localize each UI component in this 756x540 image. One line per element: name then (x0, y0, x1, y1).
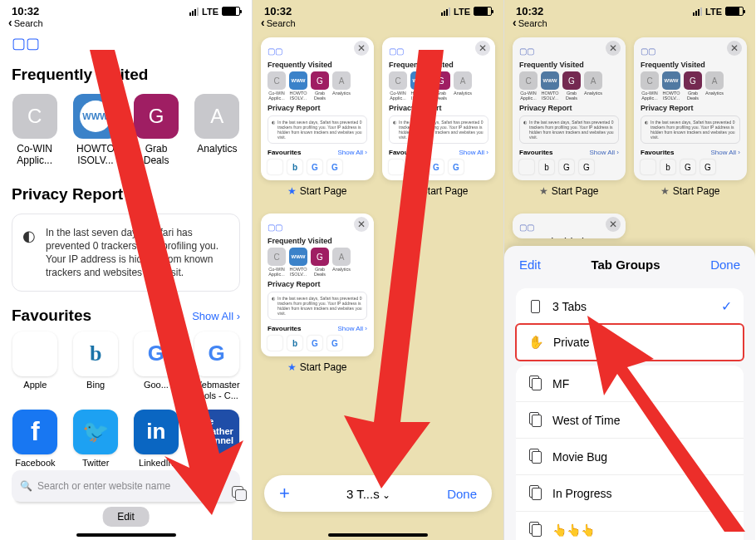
status-network: LTE (705, 7, 722, 17)
row-label: Private (553, 336, 590, 349)
home-indicator (328, 533, 428, 537)
tab-groups-top: 3 Tabs ✓ ✋ Private (516, 288, 744, 361)
fv-item[interactable]: CCo-WIN Applic... (12, 94, 57, 167)
status-bar: 10:32 LTE (504, 0, 755, 17)
tab-group-row[interactable]: In Progress (516, 474, 744, 511)
mini-heading: Privacy Report (268, 104, 367, 112)
done-button[interactable]: Done (447, 487, 477, 501)
row-label: 3 Tabs (552, 300, 587, 313)
fv-label: Grab Deals (134, 144, 179, 167)
linkedin-icon: in (134, 410, 179, 454)
edit-button[interactable]: Edit (102, 507, 150, 527)
back-to-search[interactable]: Search (0, 16, 252, 29)
status-bar: 10:32 LTE (253, 0, 503, 17)
tab-cards-grid: ✕ ▢▢ Frequently Visited CCo-WIN Applic..… (253, 29, 503, 381)
battery-icon (725, 7, 744, 16)
tab-group-row[interactable]: MF (516, 366, 744, 401)
fv-label: Co-WIN Applic... (12, 144, 57, 167)
checkmark-icon: ✓ (721, 298, 732, 314)
tab-card-title: Start Page (634, 185, 747, 197)
bookmarks-icon: ▢▢ (268, 47, 282, 56)
privacy-report-card[interactable]: ◐ In the last seven days, Safari has pre… (12, 214, 240, 292)
tab-group-row[interactable]: 👆👆👆 (516, 511, 744, 540)
status-network: LTE (202, 7, 218, 17)
screen-1-start-page: 10:32 LTE Search ▢▢ Frequently Visited C… (0, 0, 252, 540)
fav-item-webmaster[interactable]: GWebmaster Tools - C... (193, 331, 240, 400)
shield-icon: ◐ (22, 226, 36, 246)
tab-cards-grid-dimmed: ✕ ▢▢ Frequently Visited CCo-WIN Applic..… (504, 29, 755, 238)
privacy-report-body: In the last seven days, Safari has preve… (46, 226, 229, 280)
tab-groups-sheet: Edit Tab Groups Done 3 Tabs ✓ ✋ Private … (504, 246, 755, 540)
sheet-title: Tab Groups (591, 258, 660, 272)
close-icon[interactable]: ✕ (354, 41, 369, 56)
tab-card[interactable]: ✕ ▢▢ Frequently Visited CCo-WIN Applic..… (382, 37, 495, 180)
status-bar: 10:32 LTE (0, 0, 252, 17)
facebook-icon: f (12, 410, 57, 454)
back-to-search[interactable]: Search (253, 16, 503, 29)
fv-item[interactable]: AAnalytics (194, 94, 240, 167)
tab-group-picker[interactable]: 3 T...s (346, 487, 390, 501)
tab-card: ✕ ▢▢ Frequently Visited CCo-WIN Applic..… (634, 37, 747, 180)
sheet-edit-button[interactable]: Edit (519, 258, 541, 272)
close-icon[interactable]: ✕ (354, 217, 369, 232)
close-icon: ✕ (727, 41, 742, 56)
signal-icon (441, 7, 450, 16)
bookmarks-icon: ▢▢ (641, 47, 655, 56)
fv-tile-analytics: A (194, 94, 239, 139)
bookmarks-icon: ▢▢ (389, 47, 404, 56)
tab-card[interactable]: ✕ ▢▢ Frequently Visited CCo-WIN Applic..… (261, 37, 374, 180)
tab-groups-list: MF West of Time Movie Bug In Progress 👆👆… (516, 366, 744, 540)
address-bar[interactable]: 🔍 Search or enter website name (12, 470, 240, 502)
fv-tile-howto: WWW (73, 94, 118, 139)
close-icon[interactable]: ✕ (475, 41, 490, 56)
row-label: In Progress (552, 487, 612, 500)
bookmarks-icon[interactable]: ▢▢ (12, 29, 240, 61)
sheet-done-button[interactable]: Done (710, 258, 740, 272)
row-label: MF (552, 377, 569, 390)
apple-icon (12, 331, 57, 376)
tab-card[interactable]: ✕ ▢▢ Frequently Visited CCo-WIN Applic..… (261, 214, 374, 356)
fv-item[interactable]: WWWHOWTO ISOLV... (72, 94, 118, 167)
hand-icon: ✋ (528, 335, 543, 350)
search-icon: 🔍 (20, 480, 32, 492)
weather-icon: The Weather Channel (194, 410, 239, 454)
signal-icon (189, 7, 199, 16)
row-label: 👆👆👆 (552, 523, 595, 537)
address-placeholder: Search or enter website name (37, 480, 170, 492)
fv-item[interactable]: GGrab Deals (134, 94, 179, 167)
bookmarks-icon: ▢▢ (519, 47, 534, 56)
bookmarks-icon: ▢▢ (268, 223, 282, 232)
bing-icon: b (73, 331, 118, 376)
tab-group-icon (528, 412, 542, 428)
tabs-toolbar: + 3 T...s Done (264, 475, 492, 512)
tab-group-icon (528, 485, 542, 501)
tab-group-icon (528, 522, 542, 538)
screen-3-tab-groups-sheet: 10:32 LTE Search ✕ ▢▢ Frequently Visited… (503, 0, 755, 540)
status-network: LTE (454, 7, 470, 17)
google-icon: G (194, 331, 239, 376)
tab-group-row[interactable]: West of Time (516, 401, 744, 438)
tab-card-title: Start Page (513, 185, 626, 197)
close-icon: ✕ (606, 41, 621, 56)
tab-card-title: Start Page (261, 185, 374, 197)
twitter-icon: 🐦 (73, 410, 118, 454)
battery-icon (474, 7, 492, 16)
tab-group-row[interactable]: Movie Bug (516, 438, 744, 474)
show-all-link[interactable]: Show All (192, 310, 240, 322)
new-tab-button[interactable]: + (279, 483, 290, 504)
close-icon: ✕ (606, 217, 621, 232)
tab-card-title: Start Page (382, 185, 495, 197)
tab-card: ✕ ▢▢ Frequently Visited CCo-WIN Applic..… (513, 37, 626, 180)
signal-icon (693, 7, 702, 16)
home-indicator (76, 533, 176, 537)
tab-group-row-private[interactable]: ✋ Private (515, 323, 744, 361)
fav-item-bing[interactable]: bBing (72, 331, 120, 400)
frequently-visited-row: CCo-WIN Applic... WWWHOWTO ISOLV... GGra… (12, 94, 240, 167)
fav-item-apple[interactable]: Apple (12, 331, 59, 400)
battery-icon (222, 7, 240, 16)
tab-group-row-3tabs[interactable]: 3 Tabs ✓ (516, 288, 744, 324)
fv-label: HOWTO ISOLV... (72, 144, 118, 167)
tab-card: ✕ ▢▢ Frequently Visited (513, 214, 626, 238)
fav-item-google[interactable]: GGoo... (133, 331, 180, 400)
back-to-search[interactable]: Search (504, 16, 755, 29)
